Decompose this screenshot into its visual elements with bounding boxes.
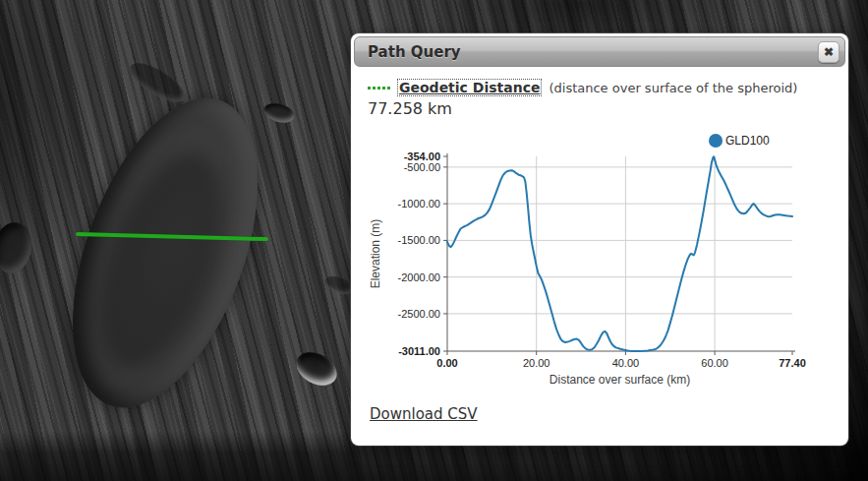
path-query-dialog: Path Query ✖ Geodetic Distance (distance…	[351, 33, 848, 446]
svg-text:Distance over surface (km): Distance over surface (km)	[550, 373, 690, 387]
measure-description: (distance over surface of the spheroid)	[549, 81, 797, 95]
close-icon: ✖	[824, 45, 834, 59]
svg-text:-1000.00: -1000.00	[398, 198, 440, 210]
distance-value: 77.258 km	[368, 99, 832, 118]
svg-text:-2500.00: -2500.00	[398, 308, 440, 320]
svg-text:77.40: 77.40	[779, 357, 806, 369]
legend-label: GLD100	[725, 134, 770, 148]
svg-text:-2000.00: -2000.00	[398, 271, 440, 283]
geodetic-distance-link[interactable]: Geodetic Distance	[397, 79, 542, 96]
dialog-title: Path Query	[368, 43, 461, 61]
path-dashed-swatch-icon	[368, 87, 390, 90]
svg-text:60.00: 60.00	[701, 357, 728, 369]
dialog-titlebar[interactable]: Path Query ✖	[354, 36, 845, 67]
svg-text:-1500.00: -1500.00	[398, 234, 440, 246]
legend-marker-icon	[709, 134, 723, 148]
measurement-row: Geodetic Distance (distance over surface…	[368, 79, 832, 96]
svg-text:40.00: 40.00	[612, 357, 640, 369]
dialog-body: Geodetic Distance (distance over surface…	[354, 67, 845, 423]
svg-text:0.00: 0.00	[436, 357, 457, 369]
svg-text:-500.00: -500.00	[404, 161, 440, 173]
download-csv-link[interactable]: Download CSV	[370, 405, 478, 423]
svg-text:20.00: 20.00	[523, 357, 550, 369]
elevation-profile-chart[interactable]: -354.00-500.00-1000.00-1500.00-2000.00-2…	[368, 132, 838, 390]
close-button[interactable]: ✖	[818, 41, 839, 63]
map-viewport[interactable]: Path Query ✖ Geodetic Distance (distance…	[0, 0, 868, 481]
svg-text:-3011.00: -3011.00	[398, 345, 440, 357]
svg-text:Elevation (m): Elevation (m)	[369, 219, 382, 289]
